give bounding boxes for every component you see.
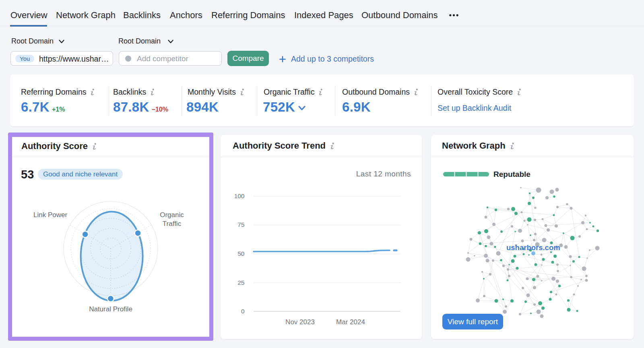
svg-text:0: 0 (241, 308, 245, 315)
svg-text:100: 100 (234, 193, 245, 199)
svg-text:Mar 2024: Mar 2024 (336, 318, 365, 326)
svg-text:25: 25 (237, 279, 244, 286)
svg-text:75: 75 (237, 221, 244, 228)
svg-text:Nov 2023: Nov 2023 (285, 318, 315, 326)
svg-text:50: 50 (237, 250, 245, 257)
